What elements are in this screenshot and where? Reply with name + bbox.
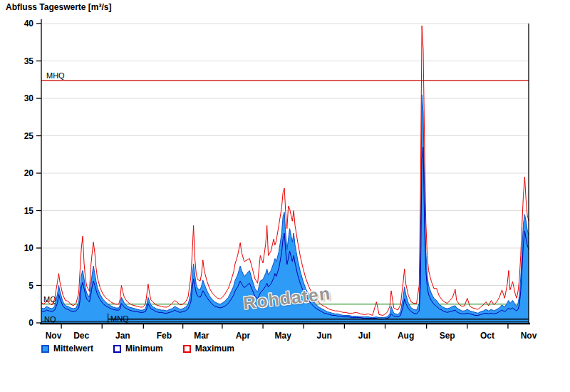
chart-window: Abfluss Tageswerte [m³/s] 05101520253035… [0, 0, 570, 392]
legend-label-mittelwert: Mittelwert [53, 344, 93, 354]
y-tick-label: 25 [24, 131, 34, 141]
x-month-label: Apr [236, 331, 251, 341]
x-month-label: Mar [194, 331, 209, 341]
mittelwert-area [41, 95, 529, 323]
legend-label-maximum: Maximum [195, 344, 234, 354]
y-tick-label: 15 [24, 206, 34, 216]
x-month-label: Jun [317, 331, 332, 341]
x-month-label: Dec [73, 331, 89, 341]
y-tick-label: 10 [24, 243, 34, 253]
y-tick-label: 0 [28, 318, 33, 328]
nq-label: NQ [44, 315, 56, 324]
x-month-label: Oct [480, 331, 494, 341]
y-tick-label: 5 [28, 281, 33, 291]
mnq-label: MNQ [110, 314, 129, 323]
x-month-label: Nov [521, 331, 537, 341]
y-tick-label: 30 [24, 93, 34, 103]
x-month-label: Feb [157, 331, 172, 341]
y-tick-label: 20 [24, 168, 34, 178]
mhq-label: MHQ [46, 71, 65, 80]
mq-label: MQ [43, 295, 56, 304]
x-month-label: Jan [115, 331, 130, 341]
legend-item-minimum: Minimum [113, 344, 163, 354]
maximum-swatch-icon [183, 345, 191, 353]
x-month-label: Nov [46, 331, 62, 341]
mittelwert-swatch-icon [41, 345, 49, 353]
y-tick-label: 40 [24, 19, 34, 29]
x-month-label: Sep [440, 331, 455, 341]
legend-item-maximum: Maximum [183, 344, 234, 354]
legend-item-mittelwert: Mittelwert [41, 344, 93, 354]
legend-label-minimum: Minimum [125, 344, 163, 354]
legend: Mittelwert Minimum Maximum [41, 344, 234, 354]
minimum-swatch-icon [113, 345, 121, 353]
x-month-label: Jul [358, 331, 370, 341]
x-month-label: Aug [398, 331, 414, 341]
x-month-label: May [275, 331, 292, 341]
chart-canvas: 0510152025303540NovDecJanFebMarAprMayJun… [0, 0, 570, 341]
y-tick-label: 35 [24, 56, 34, 66]
